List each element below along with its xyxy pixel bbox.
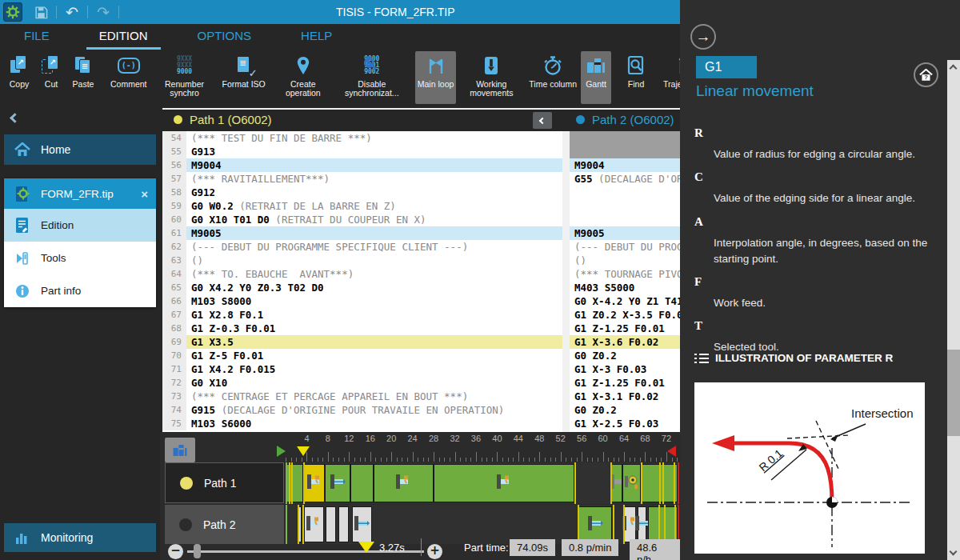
code-line[interactable]: 70G1 Z-5 F0.01 [162,349,562,362]
code-line[interactable]: G1 X-2.5 F0.03 [570,417,680,430]
paste-icon: ≡ [70,54,96,78]
code-line[interactable]: 67G1 X2.8 F0.1 [162,308,562,322]
code-line[interactable]: () [570,254,680,267]
help-home-button[interactable]: ? [914,62,938,87]
collapse-help-button[interactable]: → [690,24,716,50]
sidebar-item-monitoring[interactable]: Monitoring [4,523,156,552]
undo-icon[interactable]: ↶ [63,3,81,21]
working-movements-button[interactable]: Working movements [458,51,525,104]
code-line[interactable]: 75M103 S6000 [162,417,562,430]
code-line[interactable] [570,131,680,145]
gantt-row-label-path1[interactable]: Path 1 [165,462,284,503]
path1-tab[interactable]: Path 1 (O6002) [174,113,272,126]
gantt-segment[interactable] [622,464,641,502]
code-line[interactable]: 58G912 [162,186,562,199]
code-line[interactable]: 71G1 X4.2 F0.015 [162,362,562,376]
copy-button[interactable]: ↗Copy [4,51,34,104]
gantt-segment[interactable] [374,464,434,502]
help-scrollbar[interactable] [947,60,960,560]
path2-tab[interactable]: Path 2 (O6002) [576,113,674,126]
code-line[interactable]: 66M103 S8000 [162,294,562,308]
menu-item-help[interactable]: HELP [288,24,345,50]
redo-icon[interactable]: ↷ [94,3,112,21]
code-line[interactable]: 74G915 (DECALAGE D'ORIGINE POUR TRAVAILE… [162,403,562,417]
collapse-path2-button[interactable] [533,112,552,129]
renumber-synchro-button[interactable]: 9XXX9XXX9000Renumber synchro [151,51,218,104]
start-marker-icon[interactable] [277,446,286,457]
create-operation-button[interactable]: Create operation [270,51,337,104]
code-line[interactable] [570,199,680,213]
code-line[interactable]: 63() [162,254,562,267]
code-line[interactable]: 61M9005 [162,226,562,240]
gantt-view-icon[interactable] [165,438,195,462]
code-line[interactable]: G1 Z-1.25 F0.01 [570,376,680,390]
gantt-button[interactable]: Gantt [581,51,611,104]
gantt-segment[interactable] [350,464,374,502]
paste-button[interactable]: ≡Paste [68,51,98,104]
disable-synchronizat-button[interactable]: 900090019002Disable synchronizat... [338,51,406,104]
scroll-down-icon[interactable] [950,548,958,556]
code-line[interactable]: G1 Z0.2 X-3.5 F0.0 [570,308,680,322]
menu-item-options[interactable]: OPTIONS [185,24,265,50]
find-button[interactable]: Find [621,51,651,104]
cut-button[interactable]: ↗Cut [36,51,66,104]
code-line[interactable]: G1 Z-1.25 F0.01 [570,322,680,335]
code-line[interactable]: (--- DEBUT DU PROG [570,240,680,254]
sidebar-back-button[interactable] [11,110,27,126]
gantt-timeline-ruler[interactable]: 4812162024283236404448525660646872 [286,432,679,462]
gantt-track-path1[interactable] [286,462,679,504]
app-logo-icon[interactable] [3,2,22,22]
code-line[interactable]: 73(*** CENTRAGE ET PERCAGE APPAREIL EN B… [162,390,562,403]
sidebar-item-part-info[interactable]: Part info [4,274,156,307]
scroll-up-icon[interactable] [950,65,958,73]
code-line[interactable]: G0 Z0.2 [570,403,680,417]
code-line[interactable]: 69G1 X3.5 [162,335,562,349]
code-line[interactable]: 65G0 X4.2 Y0 Z0.3 T02 D0 [162,281,562,294]
code-line[interactable]: 57(*** RAVITAILLEMENT***) [162,172,562,186]
current-time-marker-icon[interactable] [297,446,310,456]
code-line[interactable]: 62(--- DEBUT DU PROGRAMME SPECIFIQUE CLI… [162,240,562,254]
comment-button[interactable]: (-)Comment [108,51,150,104]
code-line[interactable]: 55G913 [162,145,562,158]
gantt-segment[interactable] [325,464,350,502]
code-line[interactable]: 68G1 Z-0.3 F0.01 [162,322,562,335]
code-line[interactable]: 72G0 X10 [162,376,562,390]
code-line[interactable]: 56M9004 [162,158,562,172]
code-line[interactable]: G1 X-3.6 F0.02 [570,335,680,349]
menu-item-edition[interactable]: EDITION [86,24,161,50]
menu-item-file[interactable]: FILE [11,24,62,50]
code-line[interactable]: G1 X-3 F0.03 [570,362,680,376]
end-marker-icon[interactable] [667,446,676,457]
code-line[interactable]: 60G0 X10 T01 D0 (RETRAIT DU COUPEUR EN X… [162,213,562,226]
code-line[interactable]: M9005 [570,226,680,240]
gantt-segment[interactable] [610,464,622,502]
code-line[interactable]: G55 (DECALAGE D'OR [570,172,680,186]
save-icon[interactable] [32,3,50,21]
code-line[interactable]: 59G0 W0.2 (RETRAIT DE LA BARRE EN Z) [162,199,562,213]
code-line[interactable]: G0 Z0.2 [570,349,680,362]
code-line[interactable]: M403 S5000 [570,281,680,294]
sidebar-item-home[interactable]: Home [4,134,156,165]
code-line[interactable]: 64(*** TO. EBAUCHE AVANT***) [162,267,562,281]
code-line[interactable]: G1 X-3.1 F0.02 [570,390,680,403]
main-loop-button[interactable]: Main loop [415,51,457,104]
code-line[interactable]: 54(*** TEST DU FIN DE BARRE ***) [162,131,562,145]
format-iso-button[interactable]: ≡✓Format ISO [220,51,268,104]
code-line[interactable]: (*** TOURNAGE PIVO [570,267,680,281]
gantt-segment[interactable] [434,464,574,502]
path2-code-pane[interactable]: M9004G55 (DECALAGE D'ORM9005(--- DEBUT D… [570,131,680,432]
file-tab-header[interactable]: FORM_2FR.tip × [4,178,156,209]
code-line[interactable]: G0 X-4.2 Y0 Z1 T41 [570,294,680,308]
code-line[interactable] [570,145,680,158]
time-column-button[interactable]: Time column [526,51,579,104]
scrollbar-thumb[interactable] [947,350,960,436]
code-line[interactable] [570,186,680,199]
close-icon[interactable]: × [141,187,148,201]
editor-scrollbar[interactable] [562,131,570,432]
gantt-segment[interactable] [303,464,324,502]
code-line[interactable] [570,213,680,226]
sidebar-item-edition[interactable]: Edition [4,209,156,242]
sidebar-item-tools[interactable]: Tools [4,242,156,274]
path1-code-pane[interactable]: 54(*** TEST DU FIN DE BARRE ***)55G91356… [162,131,562,432]
code-line[interactable]: M9004 [570,158,680,172]
